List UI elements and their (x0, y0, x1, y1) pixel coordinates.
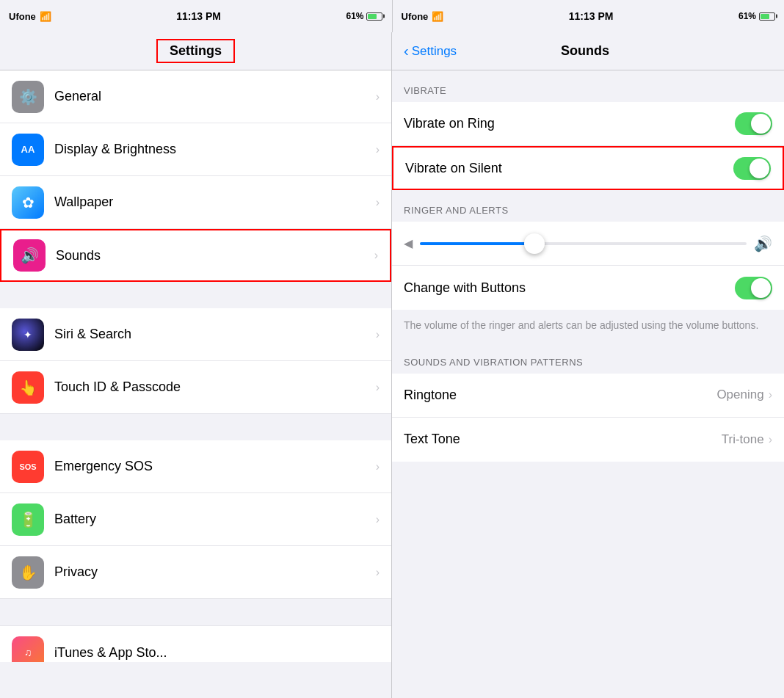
slider-thumb[interactable] (524, 233, 545, 254)
settings-item-siri[interactable]: ✦ Siri & Search › (0, 308, 391, 361)
vibrate-ring-label: Vibrate on Ring (404, 116, 735, 131)
privacy-label: Privacy (54, 564, 376, 580)
siri-label: Siri & Search (54, 327, 376, 342)
left-wifi-icon: 📶 (40, 11, 51, 22)
left-status-left: Ufone 📶 (9, 11, 51, 22)
left-nav-title: Settings (156, 39, 235, 63)
touchid-icon: 👆 (12, 371, 44, 404)
battery-chevron: › (376, 513, 380, 526)
vibrate-section-header: VIBRATE (392, 70, 784, 102)
ringer-section: ◀ 🔊 Change with Buttons (392, 222, 784, 310)
left-battery-icon (366, 12, 382, 21)
wallpaper-chevron: › (376, 196, 380, 209)
back-button[interactable]: ‹ Settings (404, 43, 457, 59)
sounds-label: Sounds (56, 248, 374, 263)
right-wifi-icon: 📶 (432, 11, 443, 22)
settings-item-battery[interactable]: 🔋 Battery › (0, 493, 391, 546)
settings-item-privacy[interactable]: ✋ Privacy › (0, 546, 391, 599)
volume-slider[interactable] (420, 242, 747, 245)
left-time: 11:13 PM (176, 10, 221, 22)
settings-item-wallpaper[interactable]: ✿ Wallpaper › (0, 176, 391, 229)
volume-high-icon: 🔊 (754, 235, 772, 252)
settings-item-sounds[interactable]: 🔊 Sounds › (0, 229, 391, 282)
ringtone-item[interactable]: Ringtone Opening › (392, 374, 784, 418)
right-nav-header: ‹ Settings Sounds (392, 32, 784, 70)
ringtone-chevron: › (769, 388, 772, 401)
vibrate-ring-item[interactable]: Vibrate on Ring (392, 102, 784, 146)
text-tone-item[interactable]: Text Tone Tri-tone › (392, 418, 784, 462)
itunes-label: iTunes & App Sto... (54, 645, 380, 661)
itunes-item[interactable]: ♫ iTunes & App Sto... (0, 626, 391, 662)
ringer-slider-container[interactable]: ◀ 🔊 (392, 222, 784, 266)
settings-item-touchid[interactable]: 👆 Touch ID & Passcode › (0, 361, 391, 414)
sos-chevron: › (376, 460, 380, 473)
bottom-partial: ♫ iTunes & App Sto... (0, 625, 391, 662)
text-tone-label: Text Tone (404, 432, 722, 447)
right-battery-pct: 61% (738, 11, 756, 21)
change-buttons-label: Change with Buttons (404, 280, 735, 296)
right-panel: ‹ Settings Sounds VIBRATE Vibrate on Rin… (392, 32, 784, 698)
vibrate-ring-knob (751, 114, 771, 134)
touchid-label: Touch ID & Passcode (54, 379, 376, 395)
privacy-icon: ✋ (12, 556, 44, 589)
left-status-bar: Ufone 📶 11:13 PM 61% (0, 0, 392, 32)
sos-icon: SOS (12, 451, 44, 483)
vibrate-ring-toggle[interactable] (735, 112, 772, 135)
vibrate-section: Vibrate on Ring Vibrate on Silent (392, 102, 784, 190)
siri-icon: ✦ (12, 319, 44, 351)
change-buttons-knob (751, 278, 771, 298)
sos-label: Emergency SOS (54, 459, 376, 474)
back-chevron-icon: ‹ (404, 43, 409, 59)
change-buttons-item[interactable]: Change with Buttons (392, 266, 784, 310)
right-nav-title: Sounds (457, 43, 714, 59)
right-status-right: 61% (738, 11, 775, 21)
text-tone-value: Tri-tone (722, 432, 764, 447)
sounds-icon: 🔊 (13, 239, 46, 272)
volume-low-icon: ◀ (404, 236, 413, 250)
settings-item-general[interactable]: ⚙️ General › (0, 70, 391, 123)
left-nav-header: Settings (0, 32, 391, 70)
ringer-section-header: RINGER AND ALERTS (392, 190, 784, 222)
back-label: Settings (412, 44, 457, 59)
vibrate-silent-knob (749, 159, 769, 178)
sounds-chevron: › (374, 249, 378, 262)
left-battery-pct: 61% (346, 11, 363, 21)
main-content: Settings ⚙️ General › AA Display & Brigh… (0, 32, 784, 698)
itunes-icon: ♫ (12, 636, 44, 662)
siri-chevron: › (376, 328, 380, 341)
general-icon: ⚙️ (12, 81, 44, 113)
slider-fill (420, 242, 534, 245)
ringer-description: The volume of the ringer and alerts can … (392, 310, 784, 342)
touchid-chevron: › (376, 381, 380, 394)
privacy-chevron: › (376, 566, 380, 579)
battery-label: Battery (54, 512, 376, 527)
display-label: Display & Brightness (54, 142, 376, 157)
right-content: VIBRATE Vibrate on Ring Vibrate on Silen… (392, 70, 784, 698)
sounds-patterns-section: Ringtone Opening › Text Tone Tri-tone › (392, 374, 784, 462)
left-carrier: Ufone (9, 11, 36, 22)
sounds-patterns-header: SOUNDS AND VIBRATION PATTERNS (392, 342, 784, 374)
general-chevron: › (376, 90, 380, 103)
general-label: General (54, 89, 376, 104)
display-chevron: › (376, 143, 380, 156)
settings-item-display[interactable]: AA Display & Brightness › (0, 123, 391, 176)
vibrate-silent-label: Vibrate on Silent (405, 161, 733, 176)
left-panel: Settings ⚙️ General › AA Display & Brigh… (0, 32, 392, 698)
settings-item-sos[interactable]: SOS Emergency SOS › (0, 440, 391, 493)
right-battery-icon (759, 12, 775, 21)
wallpaper-icon: ✿ (12, 186, 44, 219)
ringtone-label: Ringtone (404, 388, 716, 403)
right-status-bar: Ufone 📶 11:13 PM 61% (392, 0, 785, 32)
text-tone-chevron: › (769, 433, 772, 446)
right-status-left: Ufone 📶 (402, 11, 444, 22)
wallpaper-label: Wallpaper (54, 195, 376, 210)
change-buttons-toggle[interactable] (735, 277, 772, 299)
status-bars: Ufone 📶 11:13 PM 61% Ufone 📶 11:13 PM 61… (0, 0, 784, 32)
display-icon: AA (12, 134, 44, 166)
left-status-right: 61% (346, 11, 382, 21)
right-carrier: Ufone (402, 11, 429, 22)
right-time: 11:13 PM (569, 10, 614, 22)
ringtone-value: Opening (716, 388, 763, 402)
vibrate-silent-toggle[interactable] (733, 157, 771, 180)
vibrate-silent-item[interactable]: Vibrate on Silent (392, 146, 784, 190)
